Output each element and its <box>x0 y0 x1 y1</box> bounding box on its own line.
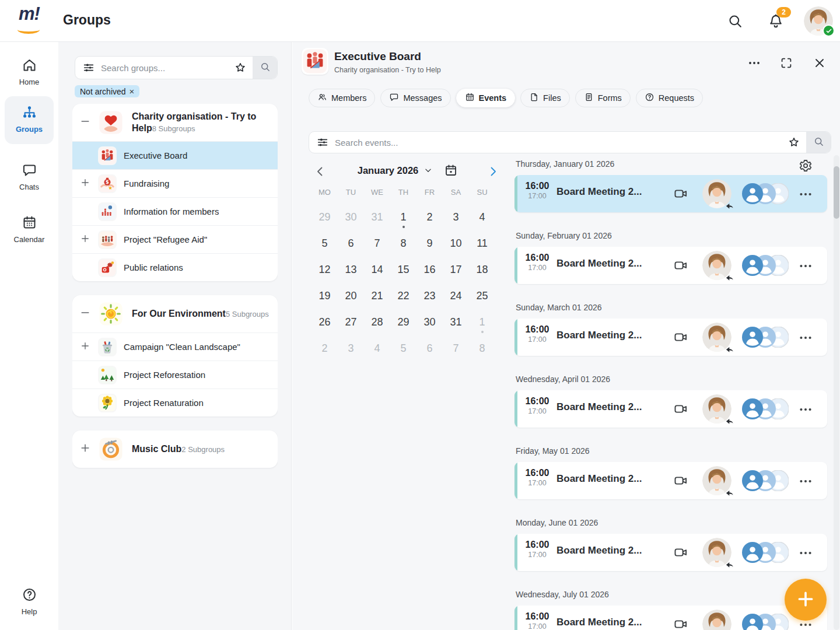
filter-icon[interactable] <box>316 136 329 149</box>
favorites-star-icon[interactable] <box>234 61 247 74</box>
organizer-avatar[interactable] <box>702 466 732 495</box>
calendar-day[interactable]: 7 <box>443 335 469 362</box>
calendar-day[interactable]: 24 <box>443 283 469 309</box>
tab-members[interactable]: Members <box>309 89 375 107</box>
calendar-day[interactable]: 5 <box>312 230 338 257</box>
expand-subgroup-icon[interactable] <box>72 177 98 190</box>
nav-item-groups[interactable]: Groups <box>5 96 54 144</box>
subgroup-item[interactable]: Project Renaturation <box>72 388 278 416</box>
tab-messages[interactable]: Messages <box>380 89 450 107</box>
group-header[interactable]: Music Club2 Subgroups <box>72 430 278 468</box>
participant-avatars[interactable] <box>742 470 794 491</box>
collapse-group-icon[interactable] <box>72 116 98 130</box>
scrollbar-thumb[interactable] <box>834 166 839 219</box>
subgroup-item[interactable]: Public relations <box>72 253 278 281</box>
calendar-day[interactable]: 4 <box>469 204 495 230</box>
subgroup-item[interactable]: Project "Refugee Aid" <box>72 225 278 253</box>
event-card[interactable]: 16:0017:00Board Meeting 2... <box>514 247 827 284</box>
calendar-day[interactable]: 2 <box>312 335 338 362</box>
app-logo[interactable]: m! <box>15 4 46 37</box>
event-menu-icon[interactable] <box>798 258 813 274</box>
chip-remove-icon[interactable]: × <box>130 86 135 96</box>
calendar-day[interactable]: 6 <box>338 230 364 257</box>
groups-search-button[interactable] <box>253 57 277 79</box>
expand-subgroup-icon[interactable] <box>72 341 98 354</box>
calendar-day[interactable]: 8 <box>390 230 416 257</box>
organizer-avatar[interactable] <box>702 323 732 352</box>
participant-avatars[interactable] <box>742 255 794 276</box>
subgroup-item[interactable]: Project Reforestation <box>72 360 278 388</box>
organizer-avatar[interactable] <box>702 538 732 567</box>
calendar-month-label[interactable]: January 2026 <box>358 165 419 176</box>
event-menu-icon[interactable] <box>798 474 813 489</box>
calendar-day[interactable]: 17 <box>443 257 469 283</box>
next-month-icon[interactable] <box>486 164 500 178</box>
calendar-day[interactable]: 30 <box>416 309 443 335</box>
calendar-day[interactable]: 29 <box>312 204 338 230</box>
event-card[interactable]: 16:0017:00Board Meeting 2... <box>514 390 827 428</box>
date-picker-icon[interactable] <box>444 163 458 177</box>
participant-avatars[interactable] <box>742 398 794 419</box>
calendar-day[interactable]: 7 <box>364 230 390 257</box>
event-card[interactable]: 16:0017:00Board Meeting 2... <box>514 175 827 212</box>
calendar-day[interactable]: 19 <box>312 283 338 309</box>
calendar-day[interactable]: 3 <box>443 204 469 230</box>
calendar-day[interactable]: 21 <box>364 283 390 309</box>
group-header[interactable]: Charity organisation - Try to Help8 Subg… <box>72 104 278 141</box>
event-menu-icon[interactable] <box>798 545 813 561</box>
event-menu-icon[interactable] <box>798 187 813 202</box>
event-card[interactable]: 16:0017:00Board Meeting 2... <box>514 534 827 571</box>
subgroup-item[interactable]: Campaign "Clean Landscape" <box>72 332 278 360</box>
subgroup-item[interactable]: Information for members <box>72 197 278 225</box>
calendar-day[interactable]: 26 <box>312 309 338 335</box>
group-header[interactable]: For Our Environment5 Subgroups <box>72 295 278 332</box>
calendar-day[interactable]: 12 <box>312 257 338 283</box>
expand-group-icon[interactable] <box>72 442 98 456</box>
global-search-icon[interactable] <box>727 13 743 29</box>
calendar-day[interactable]: 30 <box>338 204 364 230</box>
calendar-day[interactable]: 31 <box>443 309 469 335</box>
event-card[interactable]: 16:0017:00Board Meeting 2... <box>514 606 827 630</box>
calendar-day[interactable]: 28 <box>364 309 390 335</box>
calendar-day[interactable]: 5 <box>390 335 416 362</box>
subgroup-item[interactable]: $Fundraising <box>72 169 278 197</box>
calendar-day[interactable]: 20 <box>338 283 364 309</box>
filter-chip-not-archived[interactable]: Not archived × <box>75 85 139 97</box>
calendar-day[interactable]: 23 <box>416 283 443 309</box>
calendar-day[interactable]: 1 <box>390 204 416 230</box>
organizer-avatar[interactable] <box>702 610 732 630</box>
calendar-day[interactable]: 15 <box>390 257 416 283</box>
calendar-day[interactable]: 31 <box>364 204 390 230</box>
calendar-day[interactable]: 4 <box>364 335 390 362</box>
user-avatar[interactable] <box>804 6 833 36</box>
calendar-day[interactable]: 9 <box>416 230 443 257</box>
nav-item-chats[interactable]: Chats <box>5 159 54 191</box>
event-card[interactable]: 16:0017:00Board Meeting 2... <box>514 462 827 499</box>
tab-events[interactable]: Events <box>456 89 516 107</box>
event-card[interactable]: 16:0017:00Board Meeting 2... <box>514 318 827 356</box>
calendar-day[interactable]: 3 <box>338 335 364 362</box>
nav-item-home[interactable]: Home <box>5 54 54 86</box>
calendar-day[interactable]: 27 <box>338 309 364 335</box>
calendar-day[interactable]: 18 <box>469 257 495 283</box>
calendar-day[interactable]: 2 <box>416 204 443 230</box>
event-menu-icon[interactable] <box>798 402 813 417</box>
calendar-day[interactable]: 13 <box>338 257 364 283</box>
event-menu-icon[interactable] <box>798 330 813 345</box>
expand-subgroup-icon[interactable] <box>72 233 98 246</box>
participant-avatars[interactable] <box>742 542 794 563</box>
calendar-day[interactable]: 10 <box>443 230 469 257</box>
organizer-avatar[interactable] <box>702 251 732 280</box>
subgroup-item[interactable]: Executive Board <box>72 141 278 169</box>
add-event-button[interactable] <box>785 579 827 621</box>
calendar-day[interactable]: 16 <box>416 257 443 283</box>
scrollbar-track[interactable] <box>834 155 839 630</box>
calendar-day[interactable]: 1 <box>469 309 495 335</box>
participant-avatars[interactable] <box>742 327 794 348</box>
prev-month-icon[interactable] <box>313 164 327 178</box>
calendar-day[interactable]: 8 <box>469 335 495 362</box>
calendar-day[interactable]: 25 <box>469 283 495 309</box>
calendar-day[interactable]: 6 <box>416 335 443 362</box>
calendar-day[interactable]: 11 <box>469 230 495 257</box>
filter-icon[interactable] <box>82 61 95 74</box>
